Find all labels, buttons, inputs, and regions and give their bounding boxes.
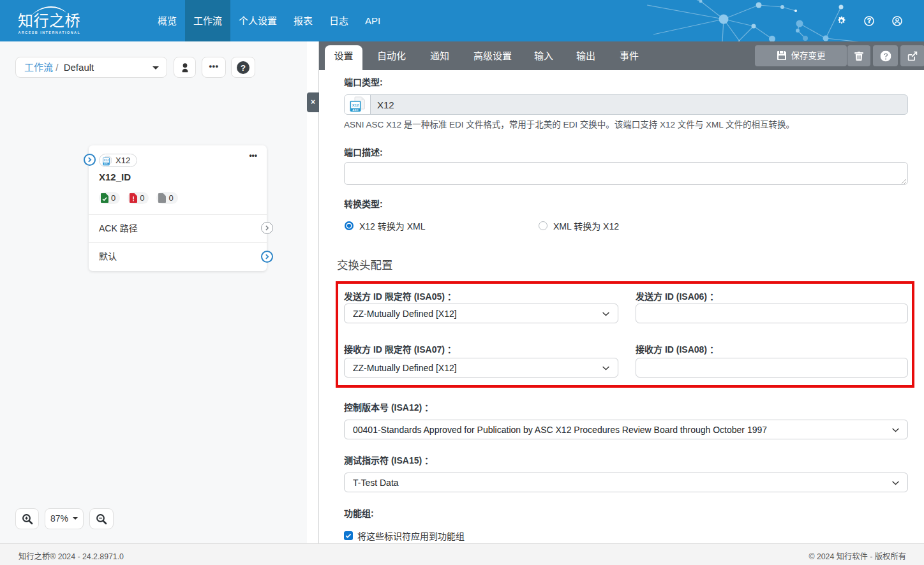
svg-text:X12: X12 [103, 159, 109, 162]
svg-text:ARCESB INTERNATIONAL: ARCESB INTERNATIONAL [19, 31, 81, 34]
svg-text:ASC: ASC [352, 108, 359, 111]
svg-text:X12: X12 [352, 103, 359, 107]
svg-text:知行之桥: 知行之桥 [18, 12, 80, 29]
svg-text:?: ? [241, 62, 246, 72]
svg-text:ASC: ASC [104, 163, 108, 165]
svg-text:?: ? [867, 17, 871, 24]
